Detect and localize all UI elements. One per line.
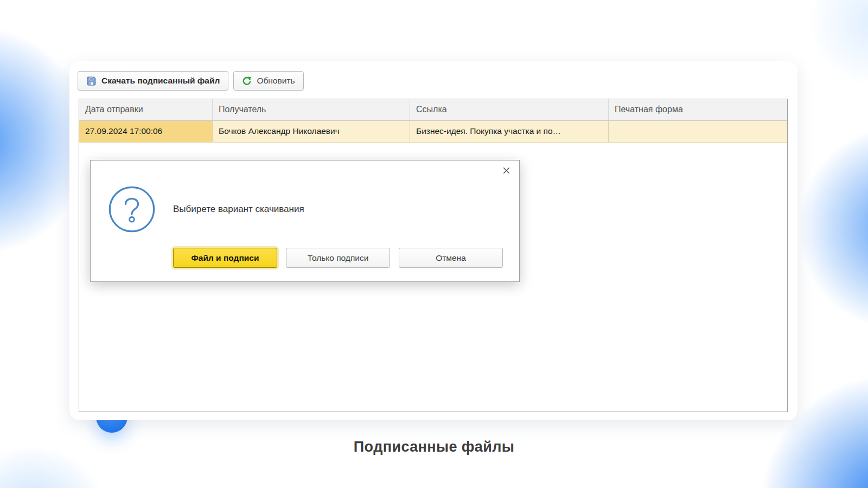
file-and-signatures-button[interactable]: Файл и подписи <box>173 248 277 268</box>
signatures-only-button[interactable]: Только подписи <box>286 248 390 268</box>
question-icon <box>107 184 157 234</box>
download-button-label: Скачать подписанный файл <box>101 76 220 86</box>
table-row[interactable]: 27.09.2024 17:00:06 Бочков Александр Ник… <box>79 121 787 143</box>
toolbar: Скачать подписанный файл Обновить <box>78 71 304 91</box>
close-icon <box>502 166 511 177</box>
column-header-recipient[interactable]: Получатель <box>213 99 410 120</box>
dialog-message: Выбирете вариант скачивания <box>173 204 304 215</box>
cell-recipient[interactable]: Бочков Александр Николаевич <box>213 121 410 142</box>
cell-link[interactable]: Бизнес-идея. Покупка участка и по… <box>410 121 609 142</box>
download-signed-file-button[interactable]: Скачать подписанный файл <box>78 71 228 91</box>
column-header-printed-form[interactable]: Печатная форма <box>609 99 787 120</box>
refresh-button[interactable]: Обновить <box>233 71 303 91</box>
cancel-button[interactable]: Отмена <box>399 248 503 268</box>
table-header-row: Дата отправки Получатель Ссылка Печатная… <box>79 99 787 121</box>
save-icon <box>86 76 97 86</box>
dialog-buttons: Файл и подписи Только подписи Отмена <box>173 248 503 268</box>
refresh-button-label: Обновить <box>257 76 295 86</box>
download-option-dialog: Выбирете вариант скачивания Файл и подпи… <box>90 160 520 282</box>
refresh-icon <box>242 76 252 86</box>
cell-sent-date[interactable]: 27.09.2024 17:00:06 <box>79 121 213 142</box>
dialog-close-button[interactable] <box>500 165 513 178</box>
page-title: Подписанные файлы <box>0 439 868 455</box>
column-header-sent-date[interactable]: Дата отправки <box>79 99 213 120</box>
cell-printed-form[interactable] <box>609 121 787 142</box>
column-header-link[interactable]: Ссылка <box>410 99 609 120</box>
